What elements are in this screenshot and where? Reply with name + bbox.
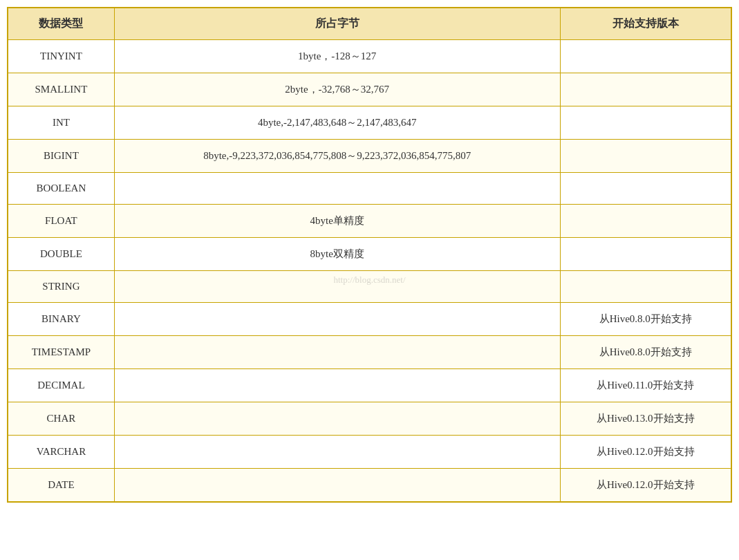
table-row: DOUBLE8byte双精度 (8, 238, 731, 271)
cell-type: VARCHAR (8, 436, 114, 469)
cell-type: BIGINT (8, 140, 114, 173)
cell-type: TINYINT (8, 40, 114, 73)
cell-bytes (114, 173, 560, 205)
cell-bytes (114, 303, 560, 336)
cell-type: DECIMAL (8, 369, 114, 402)
table-row: INT4byte,-2,147,483,648～2,147,483,647 (8, 106, 731, 140)
table-row: BINARY从Hive0.8.0开始支持 (8, 303, 731, 336)
table-row: STRING (8, 271, 731, 303)
table-row: SMALLINT2byte，-32,768～32,767 (8, 73, 731, 106)
cell-bytes: 4byte,-2,147,483,648～2,147,483,647 (114, 106, 560, 140)
cell-bytes (114, 436, 560, 469)
cell-type: CHAR (8, 402, 114, 436)
table-row: FLOAT4byte单精度 (8, 205, 731, 238)
cell-bytes: 8byte,-9,223,372,036,854,775,808～9,223,3… (114, 140, 560, 173)
cell-bytes: 4byte单精度 (114, 205, 560, 238)
cell-version (560, 271, 731, 303)
cell-version: 从Hive0.8.0开始支持 (560, 303, 731, 336)
cell-type: BINARY (8, 303, 114, 336)
table-row: VARCHAR从Hive0.12.0开始支持 (8, 436, 731, 469)
cell-type: STRING (8, 271, 114, 303)
header-type: 数据类型 (8, 8, 114, 40)
cell-version (560, 40, 731, 73)
table-row: TIMESTAMP从Hive0.8.0开始支持 (8, 336, 731, 369)
table-row: DATE从Hive0.12.0开始支持 (8, 469, 731, 503)
cell-bytes: 1byte，-128～127 (114, 40, 560, 73)
data-type-table: 数据类型 所占字节 开始支持版本 TINYINT1byte，-128～127SM… (7, 7, 732, 503)
cell-version (560, 173, 731, 205)
table-container: 数据类型 所占字节 开始支持版本 TINYINT1byte，-128～127SM… (0, 0, 739, 510)
cell-version: 从Hive0.11.0开始支持 (560, 369, 731, 402)
cell-version (560, 106, 731, 140)
table-row: DECIMAL从Hive0.11.0开始支持 (8, 369, 731, 402)
table-row: BIGINT8byte,-9,223,372,036,854,775,808～9… (8, 140, 731, 173)
cell-bytes: 8byte双精度 (114, 238, 560, 271)
cell-version: 从Hive0.8.0开始支持 (560, 336, 731, 369)
cell-type: BOOLEAN (8, 173, 114, 205)
cell-bytes: 2byte，-32,768～32,767 (114, 73, 560, 106)
cell-type: SMALLINT (8, 73, 114, 106)
cell-type: DATE (8, 469, 114, 503)
cell-bytes (114, 271, 560, 303)
cell-bytes (114, 369, 560, 402)
cell-type: FLOAT (8, 205, 114, 238)
table-row: BOOLEAN (8, 173, 731, 205)
table-row: TINYINT1byte，-128～127 (8, 40, 731, 73)
cell-type: DOUBLE (8, 238, 114, 271)
cell-bytes (114, 402, 560, 436)
cell-version: 从Hive0.13.0开始支持 (560, 402, 731, 436)
cell-version (560, 73, 731, 106)
header-version: 开始支持版本 (560, 8, 731, 40)
cell-version (560, 238, 731, 271)
cell-bytes (114, 336, 560, 369)
cell-bytes (114, 469, 560, 503)
cell-version (560, 140, 731, 173)
cell-type: INT (8, 106, 114, 140)
cell-type: TIMESTAMP (8, 336, 114, 369)
cell-version (560, 205, 731, 238)
cell-version: 从Hive0.12.0开始支持 (560, 469, 731, 503)
header-bytes: 所占字节 (114, 8, 560, 40)
table-header-row: 数据类型 所占字节 开始支持版本 (8, 8, 731, 40)
table-row: CHAR从Hive0.13.0开始支持 (8, 402, 731, 436)
cell-version: 从Hive0.12.0开始支持 (560, 436, 731, 469)
